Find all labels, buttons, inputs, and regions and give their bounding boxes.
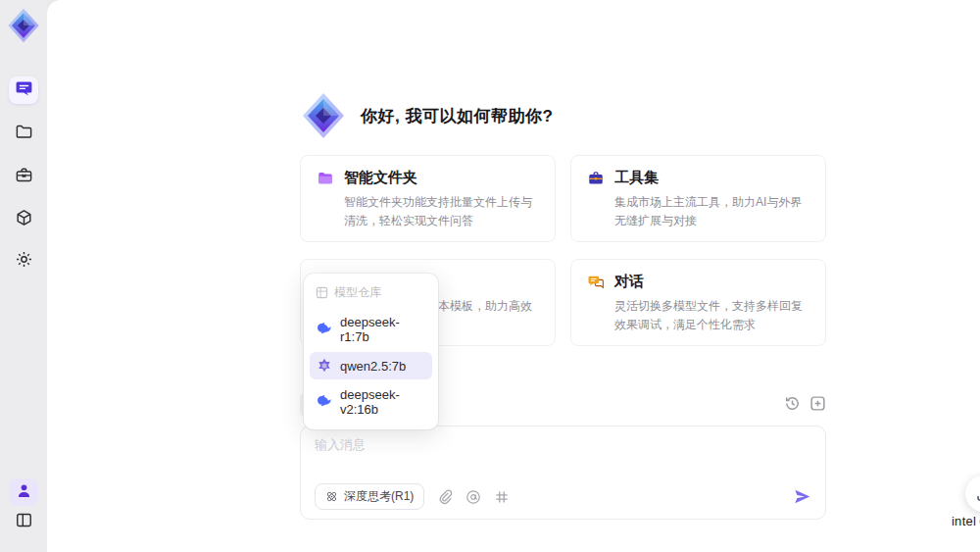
greeting-header: 你好, 我可以如何帮助你? [300, 92, 826, 139]
card-title: 工具集 [614, 169, 659, 187]
toolbox-icon [15, 166, 33, 188]
sidebar-item-tools[interactable] [9, 163, 38, 190]
model-option-label: deepseek-r1:7b [340, 315, 425, 344]
history-icon[interactable] [784, 395, 801, 412]
intel-core-badge: intelCORE ULTRA [951, 514, 980, 535]
user-icon [15, 481, 33, 504]
badge-subtext: ULTRA [951, 529, 980, 535]
chat-bubble-icon [587, 274, 605, 291]
sidebar-item-chat[interactable] [9, 76, 38, 104]
sidebar-item-models[interactable] [9, 206, 38, 233]
model-repo-label: 模型仓库 [334, 284, 381, 301]
card-description: 集成市场上主流工具，助力AI与外界无缝扩展与对接 [614, 193, 809, 229]
sidebar-item-account[interactable] [9, 478, 38, 506]
model-option-deepseek-r1[interactable]: deepseek-r1:7b [310, 309, 432, 350]
card-conversation[interactable]: 对话 灵活切换多模型文件，支持多样回复效果调试，满足个性化需求 [570, 259, 826, 346]
panel-toggle-icon [15, 511, 33, 533]
model-option-deepseek-v2[interactable]: deepseek-v2:16b [310, 381, 432, 423]
settings-icon [15, 250, 33, 273]
folder-purple-icon [317, 170, 334, 187]
chat-icon [15, 79, 33, 102]
sidebar-item-collapse[interactable] [9, 508, 38, 535]
at-circle-icon[interactable] [466, 489, 481, 505]
greeting-title: 你好, 我可以如何帮助你? [361, 105, 553, 127]
card-smart-folder[interactable]: 智能文件夹 智能文件夹功能支持批量文件上传与清洗，轻松实现文件问答 [300, 155, 556, 242]
grid-icon[interactable] [494, 489, 510, 505]
sidebar [0, 0, 47, 552]
cube-icon [15, 209, 33, 231]
deep-think-label: 深度思考(R1) [344, 488, 414, 505]
folder-icon [15, 123, 33, 145]
repo-box-icon [316, 286, 328, 299]
card-description: 灵活切换多模型文件，支持多样回复效果调试，满足个性化需求 [614, 297, 809, 333]
deepseek-icon [317, 394, 332, 410]
intel-wordmark: intel [952, 514, 976, 528]
download-icon [975, 485, 980, 502]
card-title: 对话 [614, 273, 644, 291]
paperclip-icon[interactable] [437, 489, 453, 505]
card-toolset[interactable]: 工具集 集成市场上主流工具，助力AI与外界无缝扩展与对接 [570, 155, 826, 242]
download-button[interactable] [965, 476, 980, 512]
new-chat-icon[interactable] [809, 395, 826, 412]
message-composer: 深度思考(R1) [300, 426, 826, 520]
model-dropdown-menu: 模型仓库 deepseek-r1:7b qwen2.5:7b deeps [304, 274, 438, 429]
model-option-qwen[interactable]: qwen2.5:7b [310, 352, 432, 379]
gem-logo-icon [6, 8, 41, 43]
model-option-label: deepseek-v2:16b [340, 387, 425, 417]
main-panel: 你好, 我可以如何帮助你? 智能文件夹 智能文件夹功能支持批量文件上传与清洗，轻… [47, 0, 980, 552]
gem-logo-icon [300, 92, 347, 139]
sidebar-item-folders[interactable] [9, 120, 38, 147]
atom-icon [325, 490, 338, 503]
toolbox-icon [587, 170, 605, 187]
card-description: 智能文件夹功能支持批量文件上传与清洗，轻松实现文件问答 [344, 193, 539, 229]
composer-toolbar: 深度思考(R1) [315, 483, 811, 510]
sidebar-item-settings[interactable] [9, 247, 38, 275]
send-icon[interactable] [793, 487, 811, 506]
model-option-label: qwen2.5:7b [340, 359, 406, 374]
model-repo-menu-item[interactable]: 模型仓库 [310, 280, 432, 307]
qwen-icon [317, 358, 332, 374]
card-title: 智能文件夹 [344, 169, 417, 187]
message-input[interactable] [315, 436, 811, 476]
deep-think-toggle[interactable]: 深度思考(R1) [315, 483, 424, 510]
deepseek-icon [317, 322, 332, 337]
app-window: 你好, 我可以如何帮助你? 智能文件夹 智能文件夹功能支持批量文件上传与清洗，轻… [0, 0, 980, 552]
